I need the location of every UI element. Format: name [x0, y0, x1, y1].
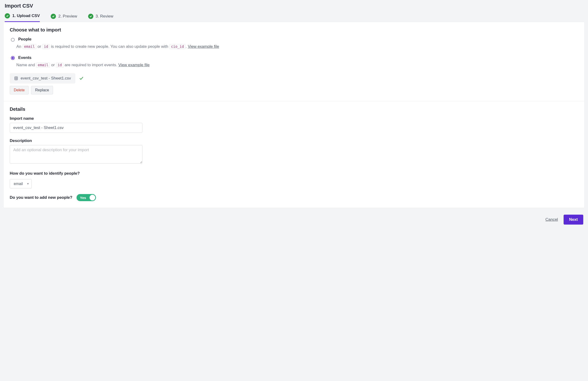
add-people-label: Do you want to add new people?	[10, 195, 72, 200]
step-label: 1. Upload CSV	[12, 14, 40, 18]
radio-people-row[interactable]: People	[10, 37, 578, 42]
radio-events-row[interactable]: Events	[10, 55, 578, 60]
choose-section: Choose what to import People An email or…	[3, 22, 585, 101]
checkmark-icon	[51, 14, 56, 19]
footer: Cancel Next	[3, 208, 585, 225]
checkmark-icon	[88, 14, 93, 19]
radio-people-label: People	[18, 37, 32, 42]
stepper: 1. Upload CSV 2. Preview 3. Review	[3, 13, 585, 22]
description-textarea[interactable]	[10, 145, 142, 164]
toggle-knob	[89, 195, 95, 200]
success-check-icon	[79, 76, 84, 81]
file-name: event_csv_test - Sheet1.csv	[21, 76, 71, 81]
code-cioid: cio_id	[169, 44, 186, 49]
delete-button[interactable]: Delete	[10, 86, 29, 95]
file-chip: event_csv_test - Sheet1.csv	[10, 73, 75, 84]
import-name-input[interactable]	[10, 123, 142, 133]
step-upload-csv[interactable]: 1. Upload CSV	[5, 13, 40, 22]
people-example-link[interactable]: View example file	[188, 44, 219, 49]
spreadsheet-icon	[14, 76, 18, 80]
events-desc: Name and email or id are required to imp…	[16, 62, 578, 68]
replace-button[interactable]: Replace	[31, 86, 53, 95]
main-card: Choose what to import People An email or…	[3, 22, 585, 208]
events-example-link[interactable]: View example file	[118, 63, 149, 67]
step-preview[interactable]: 2. Preview	[51, 13, 77, 22]
code-id: id	[56, 62, 63, 68]
choose-title: Choose what to import	[10, 27, 578, 33]
description-label: Description	[10, 138, 578, 143]
identify-select[interactable]: email	[10, 179, 32, 188]
file-row: event_csv_test - Sheet1.csv	[10, 73, 578, 84]
code-email: email	[22, 44, 37, 49]
radio-people[interactable]	[11, 38, 15, 42]
checkmark-icon	[5, 13, 10, 19]
details-section: Details Import name Description How do y…	[3, 101, 585, 208]
next-button[interactable]: Next	[564, 215, 583, 225]
identify-label: How do you want to identify people?	[10, 171, 578, 176]
radio-events[interactable]	[11, 56, 15, 60]
step-review[interactable]: 3. Review	[88, 13, 113, 22]
cancel-button[interactable]: Cancel	[544, 215, 559, 224]
page-title: Import CSV	[5, 3, 584, 9]
code-id: id	[42, 44, 50, 49]
step-label: 2. Preview	[58, 14, 77, 19]
details-title: Details	[10, 107, 578, 112]
step-label: 3. Review	[96, 14, 113, 19]
code-email: email	[36, 62, 50, 68]
people-desc: An email or id is required to create new…	[16, 43, 578, 50]
radio-events-label: Events	[18, 55, 32, 60]
add-people-toggle[interactable]: Yes	[77, 194, 96, 201]
import-name-label: Import name	[10, 116, 578, 121]
toggle-label: Yes	[77, 196, 86, 200]
